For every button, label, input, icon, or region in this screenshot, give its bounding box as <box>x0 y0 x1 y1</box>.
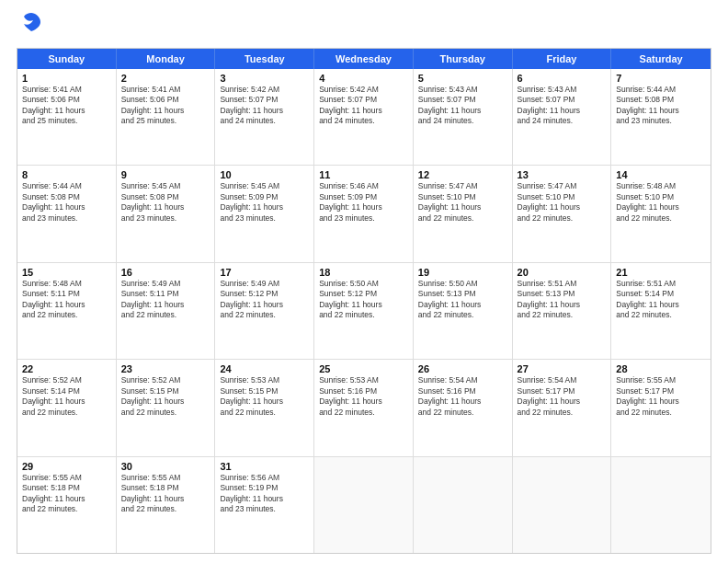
day-number: 14 <box>616 169 706 180</box>
day-info: Sunrise: 5:55 AM Sunset: 5:17 PM Dayligh… <box>616 375 706 418</box>
day-number: 8 <box>22 169 111 180</box>
day-number: 16 <box>121 267 210 278</box>
day-number: 3 <box>220 73 309 84</box>
day-info: Sunrise: 5:51 AM Sunset: 5:13 PM Dayligh… <box>518 279 607 321</box>
logo <box>17 17 44 39</box>
day-number: 24 <box>220 363 309 374</box>
day-number: 23 <box>121 363 210 374</box>
calendar-cell: 2Sunrise: 5:41 AM Sunset: 5:06 PM Daylig… <box>117 69 216 165</box>
calendar-cell <box>513 457 612 553</box>
calendar-cell: 17Sunrise: 5:49 AM Sunset: 5:12 PM Dayli… <box>215 263 314 359</box>
calendar-cell: 25Sunrise: 5:53 AM Sunset: 5:16 PM Dayli… <box>314 360 414 455</box>
day-number: 13 <box>518 169 607 180</box>
calendar-cell: 24Sunrise: 5:53 AM Sunset: 5:15 PM Dayli… <box>215 360 314 455</box>
day-number: 18 <box>319 267 408 278</box>
calendar-cell: 19Sunrise: 5:50 AM Sunset: 5:13 PM Dayli… <box>414 263 513 359</box>
weekday-header-friday: Friday <box>513 49 612 69</box>
calendar-cell: 15Sunrise: 5:48 AM Sunset: 5:11 PM Dayli… <box>17 263 117 359</box>
day-info: Sunrise: 5:49 AM Sunset: 5:12 PM Dayligh… <box>220 279 309 321</box>
calendar-cell: 20Sunrise: 5:51 AM Sunset: 5:13 PM Dayli… <box>513 263 612 359</box>
day-info: Sunrise: 5:44 AM Sunset: 5:08 PM Dayligh… <box>616 85 706 127</box>
calendar-cell: 14Sunrise: 5:48 AM Sunset: 5:10 PM Dayli… <box>611 166 711 261</box>
day-info: Sunrise: 5:54 AM Sunset: 5:16 PM Dayligh… <box>418 375 507 418</box>
calendar-body: 1Sunrise: 5:41 AM Sunset: 5:06 PM Daylig… <box>17 69 711 553</box>
day-number: 4 <box>319 73 408 84</box>
day-number: 30 <box>121 461 210 472</box>
calendar-cell: 27Sunrise: 5:54 AM Sunset: 5:17 PM Dayli… <box>513 360 612 455</box>
day-number: 11 <box>319 169 408 180</box>
day-number: 6 <box>518 73 607 84</box>
day-info: Sunrise: 5:53 AM Sunset: 5:16 PM Dayligh… <box>319 375 408 418</box>
calendar-cell: 6Sunrise: 5:43 AM Sunset: 5:07 PM Daylig… <box>513 69 612 165</box>
calendar-cell: 9Sunrise: 5:45 AM Sunset: 5:08 PM Daylig… <box>117 166 216 261</box>
day-info: Sunrise: 5:46 AM Sunset: 5:09 PM Dayligh… <box>319 181 408 224</box>
calendar-cell: 4Sunrise: 5:42 AM Sunset: 5:07 PM Daylig… <box>314 69 414 165</box>
day-info: Sunrise: 5:55 AM Sunset: 5:18 PM Dayligh… <box>22 473 111 515</box>
day-number: 26 <box>418 363 507 374</box>
weekday-header-thursday: Thursday <box>414 49 513 69</box>
logo-bird-icon <box>18 9 44 39</box>
day-info: Sunrise: 5:49 AM Sunset: 5:11 PM Dayligh… <box>121 279 210 321</box>
day-info: Sunrise: 5:47 AM Sunset: 5:10 PM Dayligh… <box>518 181 607 224</box>
day-number: 22 <box>22 363 111 374</box>
day-info: Sunrise: 5:47 AM Sunset: 5:10 PM Dayligh… <box>418 181 507 224</box>
day-info: Sunrise: 5:50 AM Sunset: 5:12 PM Dayligh… <box>319 279 408 321</box>
day-number: 25 <box>319 363 408 374</box>
day-number: 19 <box>418 267 507 278</box>
calendar-cell: 16Sunrise: 5:49 AM Sunset: 5:11 PM Dayli… <box>117 263 216 359</box>
day-info: Sunrise: 5:51 AM Sunset: 5:14 PM Dayligh… <box>616 279 706 321</box>
calendar-cell: 21Sunrise: 5:51 AM Sunset: 5:14 PM Dayli… <box>611 263 711 359</box>
weekday-header-monday: Monday <box>117 49 216 69</box>
calendar-cell <box>611 457 711 553</box>
day-number: 2 <box>121 73 210 84</box>
calendar-cell: 13Sunrise: 5:47 AM Sunset: 5:10 PM Dayli… <box>513 166 612 261</box>
day-info: Sunrise: 5:42 AM Sunset: 5:07 PM Dayligh… <box>220 85 309 127</box>
day-info: Sunrise: 5:44 AM Sunset: 5:08 PM Dayligh… <box>22 181 111 224</box>
calendar-cell: 29Sunrise: 5:55 AM Sunset: 5:18 PM Dayli… <box>17 457 117 553</box>
day-info: Sunrise: 5:52 AM Sunset: 5:14 PM Dayligh… <box>22 375 111 418</box>
calendar-header: SundayMondayTuesdayWednesdayThursdayFrid… <box>17 49 711 69</box>
calendar-cell: 30Sunrise: 5:55 AM Sunset: 5:18 PM Dayli… <box>117 457 216 553</box>
calendar: SundayMondayTuesdayWednesdayThursdayFrid… <box>17 48 711 554</box>
day-info: Sunrise: 5:41 AM Sunset: 5:06 PM Dayligh… <box>22 85 111 127</box>
calendar-row-0: 1Sunrise: 5:41 AM Sunset: 5:06 PM Daylig… <box>17 69 711 166</box>
calendar-cell: 12Sunrise: 5:47 AM Sunset: 5:10 PM Dayli… <box>414 166 513 261</box>
day-info: Sunrise: 5:45 AM Sunset: 5:09 PM Dayligh… <box>220 181 309 224</box>
day-info: Sunrise: 5:42 AM Sunset: 5:07 PM Dayligh… <box>319 85 408 127</box>
calendar-cell: 23Sunrise: 5:52 AM Sunset: 5:15 PM Dayli… <box>117 360 216 455</box>
weekday-header-wednesday: Wednesday <box>314 49 414 69</box>
day-number: 27 <box>518 363 607 374</box>
day-number: 28 <box>616 363 706 374</box>
calendar-cell <box>414 457 513 553</box>
day-number: 29 <box>22 461 111 472</box>
day-info: Sunrise: 5:52 AM Sunset: 5:15 PM Dayligh… <box>121 375 210 418</box>
day-info: Sunrise: 5:45 AM Sunset: 5:08 PM Dayligh… <box>121 181 210 224</box>
calendar-row-2: 15Sunrise: 5:48 AM Sunset: 5:11 PM Dayli… <box>17 263 711 360</box>
weekday-header-saturday: Saturday <box>611 49 711 69</box>
weekday-header-sunday: Sunday <box>17 49 117 69</box>
weekday-header-tuesday: Tuesday <box>215 49 314 69</box>
calendar-cell: 28Sunrise: 5:55 AM Sunset: 5:17 PM Dayli… <box>611 360 711 455</box>
calendar-cell: 8Sunrise: 5:44 AM Sunset: 5:08 PM Daylig… <box>17 166 117 261</box>
day-number: 7 <box>616 73 706 84</box>
day-info: Sunrise: 5:56 AM Sunset: 5:19 PM Dayligh… <box>220 473 309 515</box>
calendar-cell: 31Sunrise: 5:56 AM Sunset: 5:19 PM Dayli… <box>215 457 314 553</box>
calendar-cell: 18Sunrise: 5:50 AM Sunset: 5:12 PM Dayli… <box>314 263 414 359</box>
day-info: Sunrise: 5:50 AM Sunset: 5:13 PM Dayligh… <box>418 279 507 321</box>
day-info: Sunrise: 5:53 AM Sunset: 5:15 PM Dayligh… <box>220 375 309 418</box>
day-number: 1 <box>22 73 111 84</box>
day-info: Sunrise: 5:54 AM Sunset: 5:17 PM Dayligh… <box>518 375 607 418</box>
day-info: Sunrise: 5:48 AM Sunset: 5:10 PM Dayligh… <box>616 181 706 224</box>
day-info: Sunrise: 5:41 AM Sunset: 5:06 PM Dayligh… <box>121 85 210 127</box>
calendar-cell: 5Sunrise: 5:43 AM Sunset: 5:07 PM Daylig… <box>414 69 513 165</box>
day-number: 5 <box>418 73 507 84</box>
day-number: 20 <box>518 267 607 278</box>
calendar-row-4: 29Sunrise: 5:55 AM Sunset: 5:18 PM Dayli… <box>17 457 711 553</box>
calendar-row-1: 8Sunrise: 5:44 AM Sunset: 5:08 PM Daylig… <box>17 166 711 262</box>
day-number: 10 <box>220 169 309 180</box>
calendar-cell: 10Sunrise: 5:45 AM Sunset: 5:09 PM Dayli… <box>215 166 314 261</box>
day-number: 9 <box>121 169 210 180</box>
day-number: 17 <box>220 267 309 278</box>
calendar-cell: 3Sunrise: 5:42 AM Sunset: 5:07 PM Daylig… <box>215 69 314 165</box>
calendar-row-3: 22Sunrise: 5:52 AM Sunset: 5:14 PM Dayli… <box>17 360 711 456</box>
